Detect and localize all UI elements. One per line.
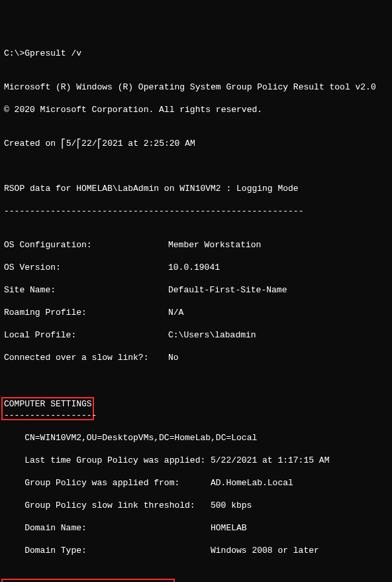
gp-domain: Domain Name:HOMELAB <box>4 522 388 534</box>
roaming-profile-label: Roaming Profile: <box>4 307 168 318</box>
roaming-profile: Roaming Profile:N/A <box>4 307 388 318</box>
os-version: OS Version:10.0.19041 <box>4 262 388 273</box>
computer-settings-title: COMPUTER SETTINGS <box>4 399 92 409</box>
up-arrow-icon: ⎡ <box>97 139 103 150</box>
gp-from-label: Group Policy was applied from: <box>4 477 211 489</box>
gp-type-value: Windows 2008 or later <box>211 546 319 555</box>
command-prompt[interactable]: C:\>Gpresult /v <box>4 48 388 59</box>
up-arrow-icon: ⎡ <box>61 139 66 150</box>
os-config-value: Member Workstation <box>168 240 261 250</box>
up-arrow-icon: ⎡ <box>76 139 81 150</box>
site-name: Site Name:Default-First-Site-Name <box>4 284 388 296</box>
roaming-profile-value: N/A <box>168 308 183 318</box>
gp-threshold: Group Policy slow link threshold:500 kbp… <box>4 500 388 511</box>
highlight-agpo: Applied Group Policy Objects -----------… <box>1 579 175 582</box>
gp-type: Domain Type:Windows 2008 or later <box>4 545 388 556</box>
tool-header-1: Microsoft (R) Windows (R) Operating Syst… <box>4 82 388 93</box>
created-rest: 2021 at 2:25:20 AM <box>102 139 195 148</box>
gp-last-label: Last time Group Policy was applied: <box>4 455 211 466</box>
site-name-label: Site Name: <box>4 284 168 296</box>
gp-from-value: AD.HomeLab.Local <box>211 478 293 488</box>
created-on: Created on ⎡5/⎡22/⎡2021 at 2:25:20 AM <box>4 138 388 149</box>
local-profile-label: Local Profile: <box>4 329 168 341</box>
gp-domain-value: HOMELAB <box>211 523 247 533</box>
gp-type-label: Domain Type: <box>4 545 211 556</box>
os-config: OS Configuration:Member Workstation <box>4 239 388 251</box>
slow-link-value: No <box>168 353 179 363</box>
os-version-value: 10.0.19041 <box>168 262 220 272</box>
rsop-header: RSOP data for HOMELAB\LabAdmin on WIN10V… <box>4 183 388 194</box>
local-profile: Local Profile:C:\Users\labadmin <box>4 329 388 341</box>
gp-threshold-value: 500 kbps <box>211 500 252 510</box>
slow-link-label: Connected over a slow link?: <box>4 352 168 363</box>
os-version-label: OS Version: <box>4 262 168 273</box>
rsop-dash: ----------------------------------------… <box>4 205 388 217</box>
site-name-value: Default-First-Site-Name <box>168 285 287 295</box>
gp-domain-label: Domain Name: <box>4 522 211 534</box>
computer-settings-dash: ------------------ <box>4 410 97 420</box>
os-config-label: OS Configuration: <box>4 239 168 251</box>
local-profile-value: C:\Users\labadmin <box>168 330 256 340</box>
gp-from: Group Policy was applied from:AD.HomeLab… <box>4 477 388 489</box>
slow-link: Connected over a slow link?:No <box>4 352 388 363</box>
created-prefix: Created on <box>4 139 61 148</box>
gp-last: Last time Group Policy was applied:5/22/… <box>4 455 388 466</box>
gp-threshold-label: Group Policy slow link threshold: <box>4 500 211 511</box>
created-seg1: 5/ <box>66 139 77 148</box>
tool-header-2: © 2020 Microsoft Corporation. All rights… <box>4 104 388 115</box>
created-seg2: 22/ <box>81 139 97 148</box>
computer-settings-row: COMPUTER SETTINGS ------------------ <box>4 397 388 421</box>
highlight-computer-settings: COMPUTER SETTINGS ------------------ <box>1 397 94 420</box>
gp-cn: CN=WIN10VM2,OU=DesktopVMs,DC=HomeLab,DC=… <box>4 432 388 443</box>
gp-last-value: 5/22/2021 at 1:17:15 AM <box>211 455 329 465</box>
